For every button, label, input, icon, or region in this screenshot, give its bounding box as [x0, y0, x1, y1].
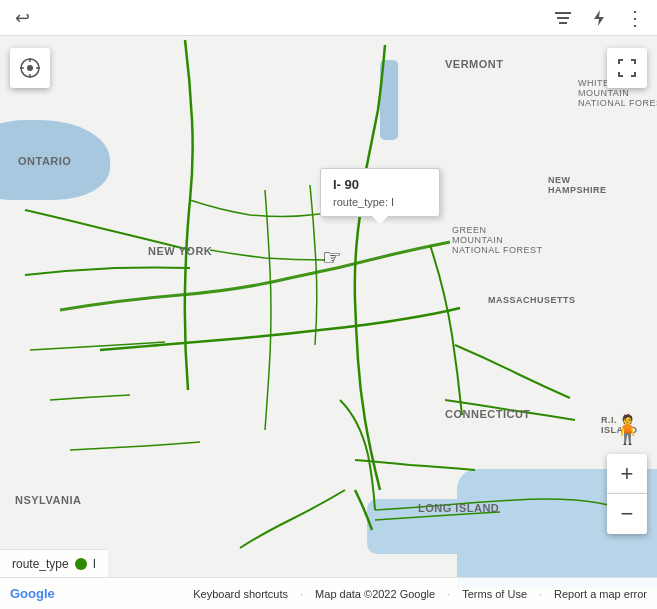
lightning-icon	[591, 9, 607, 27]
filter-button[interactable]	[549, 4, 577, 32]
report-link[interactable]: Report a map error	[554, 588, 647, 600]
pegman-icon: 🧍	[610, 413, 645, 446]
roads-overlay	[0, 0, 657, 609]
route-type-value: I	[391, 196, 394, 208]
filter-icon	[554, 11, 572, 25]
fullscreen-icon	[618, 59, 636, 77]
pegman-button[interactable]: 🧍	[607, 409, 647, 449]
legend-dot	[75, 558, 87, 570]
tooltip-title: I- 90	[333, 177, 427, 192]
separator-2: ·	[447, 588, 450, 600]
svg-point-5	[27, 65, 33, 71]
more-menu-icon: ⋮	[625, 6, 645, 30]
toolbar: ↩ ⋮	[0, 0, 657, 36]
toolbar-right: ⋮	[549, 4, 649, 32]
map-container: ↩ ⋮	[0, 0, 657, 609]
location-button[interactable]	[10, 48, 50, 88]
zoom-controls: + −	[607, 454, 647, 534]
zoom-in-button[interactable]: +	[607, 454, 647, 494]
zoom-in-icon: +	[621, 461, 634, 487]
legend-bar: route_type I	[0, 549, 108, 577]
map-data-link[interactable]: Map data ©2022 Google	[315, 588, 435, 600]
lightning-button[interactable]	[585, 4, 613, 32]
svg-marker-3	[594, 10, 604, 26]
cursor: ☞	[322, 245, 342, 271]
fullscreen-button[interactable]	[607, 48, 647, 88]
legend-value: I	[93, 557, 96, 571]
bottom-bar-links: Keyboard shortcuts · Map data ©2022 Goog…	[193, 588, 647, 600]
legend-label: route_type	[12, 557, 69, 571]
zoom-out-icon: −	[621, 501, 634, 527]
more-menu-button[interactable]: ⋮	[621, 4, 649, 32]
route-type-label: route_type:	[333, 196, 388, 208]
terms-link[interactable]: Terms of Use	[462, 588, 527, 600]
tooltip-route-type: route_type: I	[333, 196, 427, 208]
route-tooltip: I- 90 route_type: I	[320, 168, 440, 217]
toolbar-left: ↩	[8, 4, 549, 32]
keyboard-shortcuts-link[interactable]: Keyboard shortcuts	[193, 588, 288, 600]
google-logo: Google	[10, 586, 55, 601]
separator-3: ·	[539, 588, 542, 600]
undo-icon: ↩	[15, 7, 30, 29]
bottom-bar: Google Keyboard shortcuts · Map data ©20…	[0, 577, 657, 609]
undo-button[interactable]: ↩	[8, 4, 36, 32]
zoom-out-button[interactable]: −	[607, 494, 647, 534]
separator-1: ·	[300, 588, 303, 600]
location-icon	[19, 57, 41, 79]
